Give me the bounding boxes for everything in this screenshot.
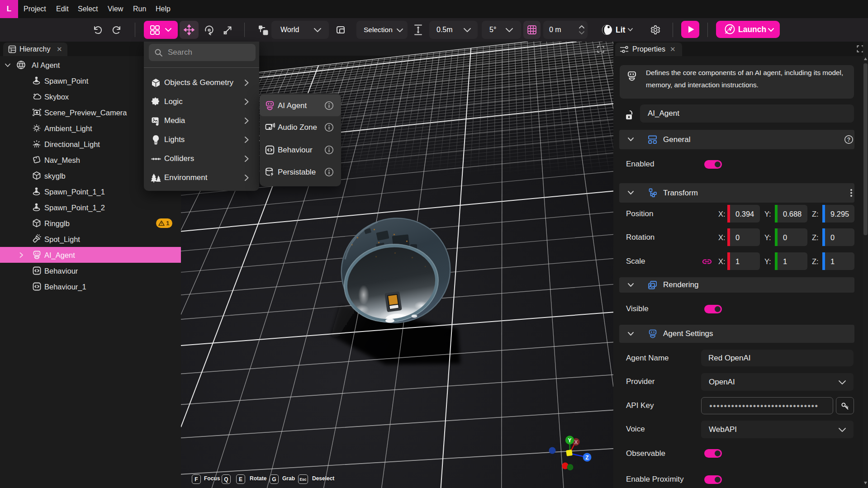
svg-text:Y: Y xyxy=(568,437,571,444)
svg-text:X: X xyxy=(574,439,578,445)
svg-text:Z: Z xyxy=(585,455,588,461)
svg-text:?: ? xyxy=(847,137,850,143)
